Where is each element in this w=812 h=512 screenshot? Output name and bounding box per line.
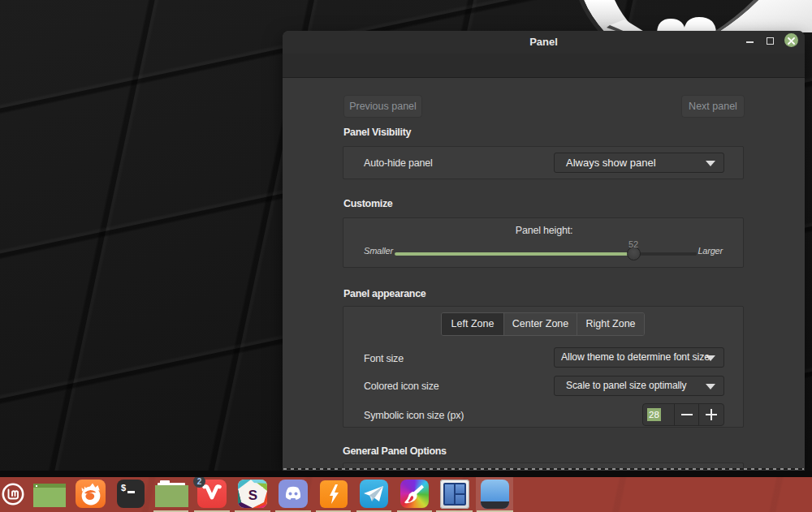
svg-text:S: S: [248, 488, 257, 503]
